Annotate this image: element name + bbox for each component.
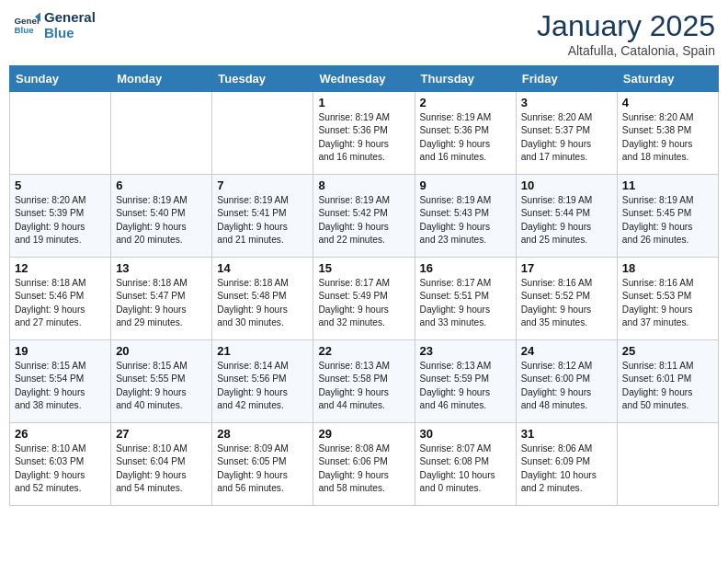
logo-blue: Blue xyxy=(44,25,96,40)
calendar-cell: 20Sunrise: 8:15 AM Sunset: 5:55 PM Dayli… xyxy=(111,340,212,423)
weekday-header-sunday: Sunday xyxy=(10,66,111,92)
calendar-cell: 12Sunrise: 8:18 AM Sunset: 5:46 PM Dayli… xyxy=(10,258,111,340)
calendar-cell: 4Sunrise: 8:20 AM Sunset: 5:38 PM Daylig… xyxy=(617,92,718,175)
week-row-5: 26Sunrise: 8:10 AM Sunset: 6:03 PM Dayli… xyxy=(10,423,719,506)
day-info: Sunrise: 8:14 AM Sunset: 5:56 PM Dayligh… xyxy=(217,360,308,412)
weekday-header-saturday: Saturday xyxy=(617,66,718,92)
calendar-cell: 11Sunrise: 8:19 AM Sunset: 5:45 PM Dayli… xyxy=(617,175,718,258)
calendar-cell: 14Sunrise: 8:18 AM Sunset: 5:48 PM Dayli… xyxy=(212,258,313,340)
day-info: Sunrise: 8:19 AM Sunset: 5:44 PM Dayligh… xyxy=(521,194,612,247)
day-info: Sunrise: 8:19 AM Sunset: 5:41 PM Dayligh… xyxy=(217,194,308,247)
day-info: Sunrise: 8:20 AM Sunset: 5:37 PM Dayligh… xyxy=(521,111,612,164)
day-info: Sunrise: 8:20 AM Sunset: 5:38 PM Dayligh… xyxy=(622,111,713,164)
calendar-cell: 30Sunrise: 8:07 AM Sunset: 6:08 PM Dayli… xyxy=(415,423,516,506)
calendar-cell: 28Sunrise: 8:09 AM Sunset: 6:05 PM Dayli… xyxy=(212,423,313,506)
calendar-cell: 8Sunrise: 8:19 AM Sunset: 5:42 PM Daylig… xyxy=(313,175,415,258)
month-title: January 2025 xyxy=(537,9,715,43)
logo: General Blue General Blue xyxy=(13,9,96,40)
location-subtitle: Altafulla, Catalonia, Spain xyxy=(537,43,715,58)
day-number: 7 xyxy=(217,178,308,192)
calendar-cell: 1Sunrise: 8:19 AM Sunset: 5:36 PM Daylig… xyxy=(313,92,415,175)
day-info: Sunrise: 8:20 AM Sunset: 5:39 PM Dayligh… xyxy=(15,194,106,247)
day-number: 16 xyxy=(420,261,511,275)
calendar-cell: 29Sunrise: 8:08 AM Sunset: 6:06 PM Dayli… xyxy=(313,423,415,506)
day-info: Sunrise: 8:15 AM Sunset: 5:54 PM Dayligh… xyxy=(15,360,106,412)
calendar-cell: 21Sunrise: 8:14 AM Sunset: 5:56 PM Dayli… xyxy=(212,340,313,423)
day-number: 9 xyxy=(420,178,511,192)
day-number: 2 xyxy=(420,96,511,109)
calendar-cell: 7Sunrise: 8:19 AM Sunset: 5:41 PM Daylig… xyxy=(212,175,313,258)
calendar-cell: 24Sunrise: 8:12 AM Sunset: 6:00 PM Dayli… xyxy=(516,340,617,423)
day-number: 22 xyxy=(318,344,409,358)
day-info: Sunrise: 8:12 AM Sunset: 6:00 PM Dayligh… xyxy=(521,360,612,412)
day-number: 31 xyxy=(521,427,612,441)
day-number: 8 xyxy=(318,178,409,192)
day-info: Sunrise: 8:19 AM Sunset: 5:42 PM Dayligh… xyxy=(318,194,409,247)
day-number: 27 xyxy=(116,427,207,441)
calendar-cell: 10Sunrise: 8:19 AM Sunset: 5:44 PM Dayli… xyxy=(516,175,617,258)
day-number: 6 xyxy=(116,178,207,192)
week-row-3: 12Sunrise: 8:18 AM Sunset: 5:46 PM Dayli… xyxy=(10,258,719,340)
day-number: 20 xyxy=(116,344,207,358)
day-info: Sunrise: 8:18 AM Sunset: 5:48 PM Dayligh… xyxy=(217,277,308,329)
calendar-cell: 19Sunrise: 8:15 AM Sunset: 5:54 PM Dayli… xyxy=(10,340,111,423)
day-info: Sunrise: 8:11 AM Sunset: 6:01 PM Dayligh… xyxy=(622,360,713,412)
title-block: January 2025 Altafulla, Catalonia, Spain xyxy=(537,9,715,58)
calendar-cell: 26Sunrise: 8:10 AM Sunset: 6:03 PM Dayli… xyxy=(10,423,111,506)
calendar-cell: 27Sunrise: 8:10 AM Sunset: 6:04 PM Dayli… xyxy=(111,423,212,506)
day-number: 11 xyxy=(622,178,713,192)
day-number: 13 xyxy=(116,261,207,275)
day-number: 17 xyxy=(521,261,612,275)
day-info: Sunrise: 8:15 AM Sunset: 5:55 PM Dayligh… xyxy=(116,360,207,412)
day-number: 12 xyxy=(15,261,106,275)
calendar-cell: 23Sunrise: 8:13 AM Sunset: 5:59 PM Dayli… xyxy=(415,340,516,423)
calendar-cell: 25Sunrise: 8:11 AM Sunset: 6:01 PM Dayli… xyxy=(617,340,718,423)
calendar-cell: 5Sunrise: 8:20 AM Sunset: 5:39 PM Daylig… xyxy=(10,175,111,258)
day-info: Sunrise: 8:16 AM Sunset: 5:53 PM Dayligh… xyxy=(622,277,713,329)
weekday-header-row: SundayMondayTuesdayWednesdayThursdayFrid… xyxy=(10,66,719,92)
calendar-cell: 9Sunrise: 8:19 AM Sunset: 5:43 PM Daylig… xyxy=(415,175,516,258)
calendar-cell xyxy=(111,92,212,175)
weekday-header-wednesday: Wednesday xyxy=(313,66,415,92)
logo-general: General xyxy=(44,9,96,25)
day-number: 21 xyxy=(217,344,308,358)
calendar-cell: 31Sunrise: 8:06 AM Sunset: 6:09 PM Dayli… xyxy=(516,423,617,506)
day-info: Sunrise: 8:09 AM Sunset: 6:05 PM Dayligh… xyxy=(217,442,308,495)
calendar-cell: 22Sunrise: 8:13 AM Sunset: 5:58 PM Dayli… xyxy=(313,340,415,423)
week-row-2: 5Sunrise: 8:20 AM Sunset: 5:39 PM Daylig… xyxy=(10,175,719,258)
day-number: 1 xyxy=(318,96,409,109)
day-info: Sunrise: 8:13 AM Sunset: 5:59 PM Dayligh… xyxy=(420,360,511,412)
weekday-header-tuesday: Tuesday xyxy=(212,66,313,92)
day-number: 3 xyxy=(521,96,612,109)
day-info: Sunrise: 8:18 AM Sunset: 5:47 PM Dayligh… xyxy=(116,277,207,329)
day-info: Sunrise: 8:10 AM Sunset: 6:04 PM Dayligh… xyxy=(116,442,207,495)
day-info: Sunrise: 8:18 AM Sunset: 5:46 PM Dayligh… xyxy=(15,277,106,329)
day-info: Sunrise: 8:17 AM Sunset: 5:51 PM Dayligh… xyxy=(420,277,511,329)
calendar-cell: 16Sunrise: 8:17 AM Sunset: 5:51 PM Dayli… xyxy=(415,258,516,340)
calendar-cell: 17Sunrise: 8:16 AM Sunset: 5:52 PM Dayli… xyxy=(516,258,617,340)
calendar-cell: 6Sunrise: 8:19 AM Sunset: 5:40 PM Daylig… xyxy=(111,175,212,258)
day-number: 18 xyxy=(622,261,713,275)
calendar-table: SundayMondayTuesdayWednesdayThursdayFrid… xyxy=(9,65,719,506)
weekday-header-friday: Friday xyxy=(516,66,617,92)
day-number: 5 xyxy=(15,178,106,192)
calendar-cell: 3Sunrise: 8:20 AM Sunset: 5:37 PM Daylig… xyxy=(516,92,617,175)
day-number: 15 xyxy=(318,261,409,275)
day-info: Sunrise: 8:19 AM Sunset: 5:45 PM Dayligh… xyxy=(622,194,713,247)
day-number: 28 xyxy=(217,427,308,441)
weekday-header-monday: Monday xyxy=(111,66,212,92)
weekday-header-thursday: Thursday xyxy=(415,66,516,92)
week-row-4: 19Sunrise: 8:15 AM Sunset: 5:54 PM Dayli… xyxy=(10,340,719,423)
day-info: Sunrise: 8:07 AM Sunset: 6:08 PM Dayligh… xyxy=(420,442,511,495)
day-number: 25 xyxy=(622,344,713,358)
calendar-cell xyxy=(212,92,313,175)
day-info: Sunrise: 8:17 AM Sunset: 5:49 PM Dayligh… xyxy=(318,277,409,329)
day-info: Sunrise: 8:19 AM Sunset: 5:40 PM Dayligh… xyxy=(116,194,207,247)
calendar-cell xyxy=(617,423,718,506)
day-number: 29 xyxy=(318,427,409,441)
calendar-cell: 18Sunrise: 8:16 AM Sunset: 5:53 PM Dayli… xyxy=(617,258,718,340)
day-info: Sunrise: 8:06 AM Sunset: 6:09 PM Dayligh… xyxy=(521,442,612,495)
day-info: Sunrise: 8:19 AM Sunset: 5:36 PM Dayligh… xyxy=(318,111,409,164)
week-row-1: 1Sunrise: 8:19 AM Sunset: 5:36 PM Daylig… xyxy=(10,92,719,175)
calendar-cell: 2Sunrise: 8:19 AM Sunset: 5:36 PM Daylig… xyxy=(415,92,516,175)
